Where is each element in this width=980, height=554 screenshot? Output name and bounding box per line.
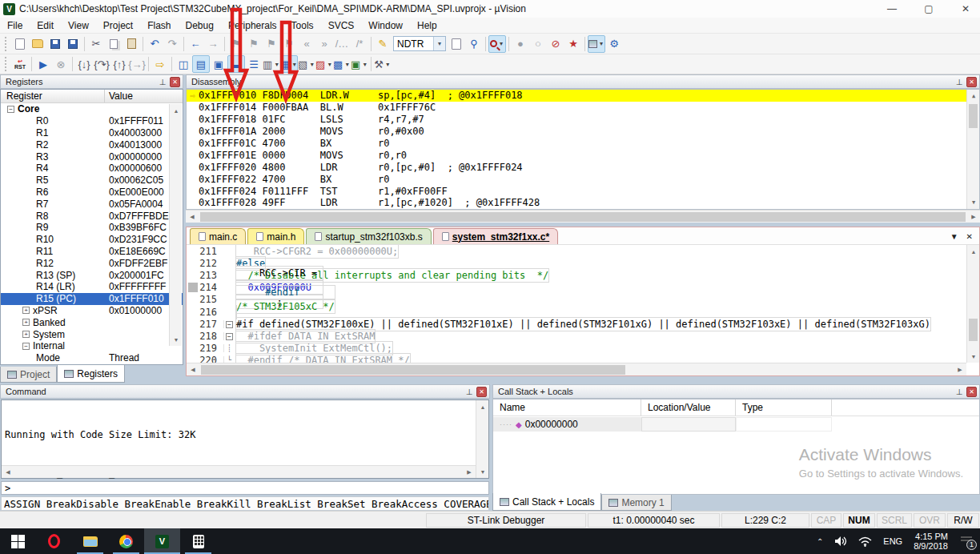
unindent-button[interactable]: « xyxy=(298,35,315,53)
disassembly-line[interactable]: 0x1FFFF01C 4700 BX r0 xyxy=(187,138,979,150)
bookmark-clear-all-button[interactable]: ⚑ xyxy=(280,35,298,53)
register-row-r14-lr[interactable]: R14 (LR)0xFFFFFFFF xyxy=(1,281,183,293)
disassembly-line[interactable]: 0x1FFFF024 F0111FFF TST r1,#0xFF00FF xyxy=(187,185,979,197)
run-to-cursor-button[interactable]: {→} xyxy=(128,55,146,73)
command-function-bar[interactable]: ASSIGN BreakDisable BreakEnable BreakKil… xyxy=(1,496,489,511)
undo-button[interactable]: ↶ xyxy=(146,35,163,53)
insert-breakpoint-button[interactable]: ● xyxy=(512,35,529,53)
scroll-right-icon[interactable]: ▶ xyxy=(463,466,476,479)
memory-window-button[interactable]: ▥▾ xyxy=(263,55,280,73)
tab-registers[interactable]: Registers xyxy=(57,365,125,383)
menu-peripherals[interactable]: Peripherals xyxy=(221,18,284,33)
find-button[interactable]: ⚲ xyxy=(465,35,483,53)
register-column-header[interactable]: Register xyxy=(1,90,105,102)
open-file-button[interactable] xyxy=(29,35,46,53)
kill-breakpoints-button[interactable]: ⊘ xyxy=(547,35,564,53)
scroll-right-icon[interactable]: ▶ xyxy=(954,363,966,376)
register-row-r5[interactable]: R50x00062C05 xyxy=(1,175,183,187)
tab-main-h[interactable]: main.h xyxy=(247,228,304,244)
name-column-header[interactable]: Name xyxy=(493,399,641,416)
memory-window-caret-icon[interactable]: ▾ xyxy=(273,61,280,68)
command-hscrollbar[interactable]: ◀ ▶ xyxy=(2,465,476,478)
register-group-internal[interactable]: −Internal xyxy=(1,340,183,352)
run-button[interactable]: ▶ xyxy=(34,55,52,73)
tab-startup-stm32f103xb-s[interactable]: startup_stm32f103xb.s xyxy=(306,228,431,244)
register-row-r1[interactable]: R10x40003000 xyxy=(1,127,183,139)
action-center-button[interactable]: 1 xyxy=(959,535,974,548)
menu-window[interactable]: Window xyxy=(361,18,410,33)
navigate-back-button[interactable]: ← xyxy=(187,35,204,53)
scroll-up-icon[interactable]: ▲ xyxy=(967,90,980,102)
code-line-220[interactable]: 220└ #endif /* DATA_IN_ExtSRAM */ xyxy=(187,355,966,363)
code-editor[interactable]: 211 RCC->CFGR2 = 0x00000000U; 212#else 2… xyxy=(187,245,966,363)
symbols-window-button[interactable]: ▣ xyxy=(210,55,227,73)
registers-pin-icon[interactable]: ⊥ xyxy=(158,78,167,86)
system-viewer-caret-icon[interactable]: ▾ xyxy=(343,61,351,68)
system-viewer-button[interactable]: ▩▾ xyxy=(333,55,351,73)
callstack-window-button[interactable]: ☰ xyxy=(245,55,263,73)
debug-settings-caret-icon[interactable]: ▾ xyxy=(384,61,392,68)
disassembly-window-button[interactable]: ▤ xyxy=(192,55,210,73)
redo-button[interactable]: ↷ xyxy=(163,35,181,53)
disassembly-line[interactable]: 0x1FFFF01A 2000 MOVS r0,#0x00 xyxy=(187,126,979,138)
callstack-close-icon[interactable]: ✕ xyxy=(966,387,977,397)
disassembly-line[interactable]: 0x1FFFF020 4800 LDR r0,[pc,#0] ; @0x1FFF… xyxy=(187,161,979,173)
register-group-system[interactable]: +System xyxy=(1,328,183,340)
step-out-button[interactable]: {↑} xyxy=(110,55,128,73)
disassembly-line[interactable]: 0x1FFFF028 49FF LDR r1,[pc,#1020] ; @0x1… xyxy=(187,197,979,209)
code-line-215[interactable]: 215#endif /* STM32F105xC */ xyxy=(187,294,966,306)
menu-file[interactable]: File xyxy=(0,18,30,33)
register-row-r15-pc-selected[interactable]: R15 (PC)0x1FFFF010 xyxy=(1,293,183,305)
tab-memory-1[interactable]: Memory 1 xyxy=(601,495,671,511)
register-group-banked[interactable]: +Banked xyxy=(1,316,183,328)
tab-project[interactable]: Project xyxy=(0,367,57,383)
analysis-window-button[interactable]: ▨▾ xyxy=(315,55,333,73)
disassembly-view[interactable]: ⇨0x1FFFF010 F8DFD004 LDR.W sp,[pc,#4] ; … xyxy=(186,89,980,210)
find-combobox[interactable]: NDTR ▾ xyxy=(393,36,446,51)
start-button[interactable] xyxy=(0,528,36,554)
tab-system-stm32f1xx-c[interactable]: system_stm32f1xx.c* xyxy=(433,228,558,244)
disassembly-hscrollbar[interactable]: ◀ ▶ xyxy=(186,210,980,223)
disassembly-close-icon[interactable]: ✕ xyxy=(966,77,977,87)
scroll-down-icon[interactable]: ▼ xyxy=(967,350,980,363)
scroll-down-icon[interactable]: ▼ xyxy=(967,196,980,209)
registers-window-button[interactable]: ▬ xyxy=(227,55,245,73)
cut-button[interactable]: ✂ xyxy=(87,35,105,53)
collapse-icon[interactable]: − xyxy=(7,106,14,113)
maximize-button[interactable]: ▢ xyxy=(921,3,937,14)
disable-all-breakpoints-button[interactable]: ★ xyxy=(564,35,582,53)
register-row-r4[interactable]: R40x00000600 xyxy=(1,163,183,175)
serial-window-caret-icon[interactable]: ▾ xyxy=(308,61,315,68)
bookmark-toggle-button[interactable]: ⚑ xyxy=(227,35,245,53)
debug-windows-button[interactable]: ▾ xyxy=(588,35,605,53)
comment-selection-button[interactable]: /… xyxy=(333,35,351,53)
find-in-files-button[interactable]: ✎ xyxy=(374,35,392,53)
navigate-forward-button[interactable]: → xyxy=(204,35,222,53)
expand-icon[interactable]: + xyxy=(22,331,30,338)
code-line-211[interactable]: 211 RCC->CFGR2 = 0x00000000U; xyxy=(187,245,966,257)
register-row-xpsr[interactable]: +xPSR0x01000000 xyxy=(1,305,183,317)
register-row-mode[interactable]: ModeThread xyxy=(1,352,183,364)
callstack-pin-icon[interactable]: ⊥ xyxy=(954,387,964,396)
scroll-left-icon[interactable]: ◀ xyxy=(187,363,199,376)
taskbar-file-explorer[interactable] xyxy=(72,528,108,554)
taskbar-calculator[interactable] xyxy=(180,528,216,554)
language-indicator[interactable]: ENG xyxy=(883,536,902,546)
fold-collapse-icon[interactable]: − xyxy=(226,333,233,340)
scroll-left-icon[interactable]: ◀ xyxy=(2,466,14,479)
registers-close-icon[interactable]: ✕ xyxy=(170,77,180,87)
uncomment-selection-button[interactable]: /* xyxy=(351,35,368,53)
disassembly-line[interactable]: 0x1FFFF014 F000FBAA BL.W 0x1FFFF76C xyxy=(187,102,979,114)
minimize-button[interactable]: — xyxy=(884,3,900,14)
taskbar-uvision[interactable]: V xyxy=(144,528,180,554)
command-vscrollbar[interactable]: ▲ ▼ xyxy=(476,400,488,478)
register-row-r7[interactable]: R70x05FA0004 xyxy=(1,198,183,210)
scroll-thumb[interactable] xyxy=(201,365,625,375)
serial-window-button[interactable]: ▧▾ xyxy=(298,55,315,73)
find-in-files-dialog-button[interactable] xyxy=(448,35,465,53)
menu-project[interactable]: Project xyxy=(96,18,140,33)
register-row-r11[interactable]: R110xE18E669C xyxy=(1,246,183,258)
find-text[interactable]: NDTR xyxy=(394,38,433,50)
scroll-up-icon[interactable]: ▲ xyxy=(967,245,980,258)
analysis-window-caret-icon[interactable]: ▾ xyxy=(326,61,333,68)
